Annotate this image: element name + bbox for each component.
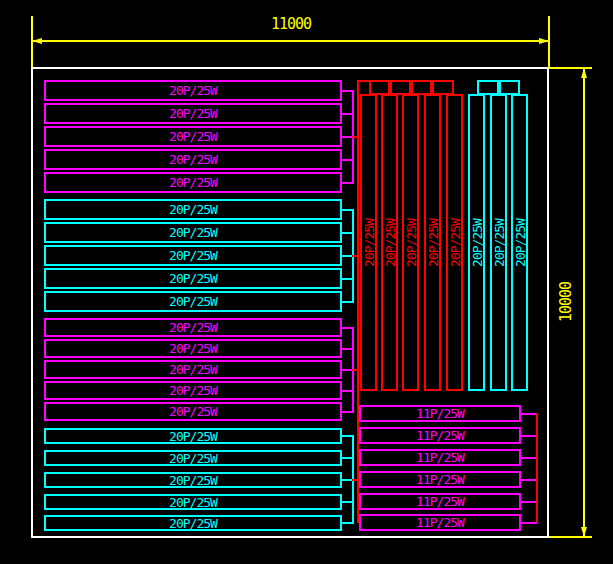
riser-bar-label: 20P/25W	[513, 219, 526, 267]
bar-stub-line	[521, 479, 537, 481]
tray-bar: 11P/25W	[359, 493, 521, 510]
tray-bar-label: 20P/25W	[169, 405, 217, 418]
bar-stub-line	[521, 413, 537, 415]
tray-bar-label: 20P/25W	[169, 295, 217, 308]
bar-stub-line	[521, 501, 537, 503]
riser-header-box	[369, 80, 390, 95]
tray-bar: 11P/25W	[359, 471, 521, 488]
tray-bar: 20P/25W	[44, 126, 342, 147]
tray-bar-label: 20P/25W	[169, 342, 217, 355]
tray-bar-label: 11P/25W	[416, 516, 464, 529]
dimension-top-line	[32, 40, 549, 42]
riser-header-box	[411, 80, 432, 95]
riser-bar-label: 20P/25W	[404, 219, 417, 267]
dimension-right-arrow-top-icon	[581, 68, 587, 78]
tray-bar: 20P/25W	[44, 149, 342, 170]
tray-bar-label: 20P/25W	[169, 226, 217, 239]
riser-bar-label: 20P/25W	[470, 219, 483, 267]
riser-bar-label: 20P/25W	[383, 219, 396, 267]
tray-bar-label: 20P/25W	[169, 384, 217, 397]
tray-bar-label: 11P/25W	[416, 451, 464, 464]
tray-bar: 11P/25W	[359, 514, 521, 531]
tray-bar-label: 20P/25W	[169, 249, 217, 262]
riser-bar: 20P/25W	[402, 94, 419, 391]
tray-bar-label: 20P/25W	[169, 517, 217, 530]
tray-bar-label: 20P/25W	[169, 84, 217, 97]
tray-bar-label: 20P/25W	[169, 203, 217, 216]
tray-bar: 20P/25W	[44, 515, 342, 531]
riser-bar: 20P/25W	[381, 94, 398, 391]
bar-stub-line	[521, 457, 537, 459]
dimension-right-label: 10000	[559, 262, 577, 342]
riser-bar: 20P/25W	[360, 94, 377, 391]
tray-bar: 11P/25W	[359, 427, 521, 444]
dimension-top-label: 11000	[261, 17, 321, 32]
tray-bar-label: 11P/25W	[416, 429, 464, 442]
group-rail-line	[536, 413, 538, 522]
riser-header-box	[477, 80, 499, 95]
tray-bar: 11P/25W	[359, 449, 521, 466]
tray-bar: 20P/25W	[44, 472, 342, 488]
riser-header-box	[432, 80, 454, 95]
tray-bar: 20P/25W	[44, 360, 342, 379]
tray-bar-label: 20P/25W	[169, 474, 217, 487]
tray-bar: 20P/25W	[44, 222, 342, 243]
tray-bar-label: 20P/25W	[169, 272, 217, 285]
dimension-right-line	[583, 68, 585, 537]
tray-bar-label: 11P/25W	[416, 407, 464, 420]
tray-bar: 20P/25W	[44, 402, 342, 421]
tray-bar-label: 20P/25W	[169, 430, 217, 443]
tray-bar: 20P/25W	[44, 494, 342, 510]
tray-bar-label: 20P/25W	[169, 176, 217, 189]
tray-bar: 20P/25W	[44, 428, 342, 444]
riser-bar: 20P/25W	[468, 94, 485, 391]
riser-bar: 20P/25W	[490, 94, 507, 391]
riser-header-box	[499, 80, 520, 95]
tray-bar: 20P/25W	[44, 268, 342, 289]
tray-bar-label: 20P/25W	[169, 153, 217, 166]
tray-bar: 20P/25W	[44, 245, 342, 266]
tray-bar-label: 20P/25W	[169, 130, 217, 143]
tray-bar: 20P/25W	[44, 103, 342, 124]
dimension-top-arrow-left-icon	[32, 38, 42, 44]
bar-stub-line	[521, 435, 537, 437]
tray-bar: 20P/25W	[44, 339, 342, 358]
tray-bar-label: 11P/25W	[416, 473, 464, 486]
tray-bar: 20P/25W	[44, 199, 342, 220]
dimension-right-arrow-bottom-icon	[581, 527, 587, 537]
riser-header-box	[390, 80, 411, 95]
tray-bar-label: 11P/25W	[416, 495, 464, 508]
riser-bar: 20P/25W	[424, 94, 441, 391]
tray-bar-label: 20P/25W	[169, 107, 217, 120]
tray-bar-label: 20P/25W	[169, 452, 217, 465]
tray-bar: 11P/25W	[359, 405, 521, 422]
tray-bar: 20P/25W	[44, 318, 342, 337]
riser-bar-label: 20P/25W	[448, 219, 461, 267]
tray-bar-label: 20P/25W	[169, 321, 217, 334]
tray-bar-label: 20P/25W	[169, 496, 217, 509]
tray-bar: 20P/25W	[44, 450, 342, 466]
bar-stub-line	[521, 522, 537, 524]
riser-bar: 20P/25W	[446, 94, 463, 391]
tray-bar-label: 20P/25W	[169, 363, 217, 376]
riser-bar-label: 20P/25W	[426, 219, 439, 267]
tray-bar: 20P/25W	[44, 381, 342, 400]
tray-bar: 20P/25W	[44, 172, 342, 193]
riser-bar: 20P/25W	[511, 94, 528, 391]
dimension-top-arrow-right-icon	[539, 38, 549, 44]
tray-bar: 20P/25W	[44, 80, 342, 101]
tray-bar: 20P/25W	[44, 291, 342, 312]
riser-bar-label: 20P/25W	[492, 219, 505, 267]
cad-drawing-canvas: 11000 10000 20P/25W20P/25W20P/25W20P/25W…	[0, 0, 613, 564]
riser-bar-label: 20P/25W	[362, 219, 375, 267]
